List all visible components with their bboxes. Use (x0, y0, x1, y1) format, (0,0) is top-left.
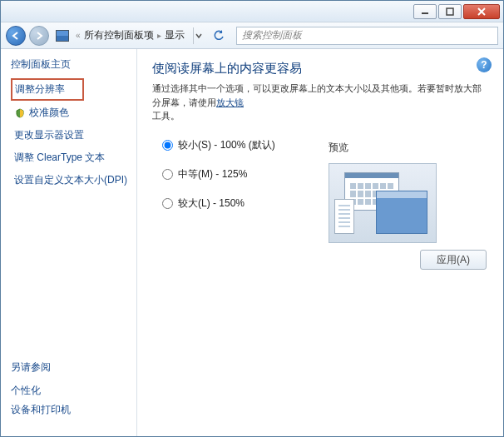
svg-rect-1 (447, 8, 453, 15)
monitor-icon (56, 30, 69, 42)
refresh-button[interactable] (210, 27, 228, 45)
sidebar-item-dpi[interactable]: 设置自定义文本大小(DPI) (11, 170, 136, 191)
maximize-icon (446, 7, 454, 16)
scale-radio-group: 较小(S) - 100% (默认) 中等(M) - 125% 较大(L) - 1… (162, 138, 488, 211)
radio-medium[interactable]: 中等(M) - 125% (162, 167, 488, 181)
breadcrumb-part[interactable]: 所有控制面板项 (84, 28, 154, 42)
radio-large[interactable]: 较大(L) - 150% (162, 196, 488, 211)
close-icon (477, 7, 486, 16)
radio-small[interactable]: 较小(S) - 100% (默认) (162, 138, 488, 152)
radio-label: 中等(M) - 125% (178, 167, 247, 181)
breadcrumb-dropdown[interactable] (193, 27, 205, 44)
seealso-heading: 另请参阅 (11, 360, 136, 375)
radio-label: 较小(S) - 100% (默认) (178, 138, 275, 152)
forward-arrow-icon (34, 31, 44, 41)
page-title: 使阅读屏幕上的内容更容易 (152, 61, 488, 77)
breadcrumb-part[interactable]: 显示 (165, 28, 185, 42)
content: ? 使阅读屏幕上的内容更容易 通过选择其中一个选项，可以更改屏幕上的文本大小以及… (137, 49, 503, 436)
sidebar-item-cleartype[interactable]: 调整 ClearType 文本 (11, 147, 136, 168)
sidebar-item-label: 调整分辨率 (15, 82, 65, 97)
help-icon[interactable]: ? (477, 57, 492, 72)
sidebar-heading[interactable]: 控制面板主页 (11, 57, 136, 72)
radio-medium-input[interactable] (162, 169, 173, 180)
sidebar-item-resolution[interactable]: 调整分辨率 (11, 78, 84, 101)
back-arrow-icon (11, 31, 21, 41)
chevron-down-icon (195, 32, 202, 39)
magnifier-link[interactable]: 放大镜 (216, 97, 244, 107)
preview-panel-icon (376, 191, 427, 234)
minimize-button[interactable] (413, 4, 437, 19)
shield-icon (14, 107, 26, 119)
maximize-button[interactable] (438, 4, 462, 19)
preview-label: 预览 (329, 141, 437, 155)
sidebar-item-label: 调整 ClearType 文本 (14, 151, 105, 165)
preview-image (329, 163, 437, 243)
navbar: « 所有控制面板项 ▸ 显示 搜索控制面板 (1, 22, 503, 49)
preview-list-icon (334, 199, 354, 234)
preview-area: 预览 (329, 141, 437, 243)
sidebar-item-label: 校准颜色 (29, 106, 69, 120)
sidebar-item-label: 更改显示器设置 (14, 128, 84, 142)
close-button[interactable] (463, 4, 500, 19)
breadcrumb[interactable]: « 所有控制面板项 ▸ 显示 (76, 28, 185, 42)
back-button[interactable] (6, 26, 26, 46)
radio-label: 较大(L) - 150% (178, 196, 245, 211)
chevron-right-icon: « (76, 31, 81, 40)
sidebar-item-calibrate[interactable]: 校准颜色 (11, 102, 136, 123)
sidebar: 控制面板主页 调整分辨率 校准颜色 更改显示器设置 调整 ClearType 文… (1, 49, 137, 436)
apply-button[interactable]: 应用(A) (420, 250, 487, 270)
radio-large-input[interactable] (162, 198, 173, 209)
window: « 所有控制面板项 ▸ 显示 搜索控制面板 控制面板主页 调整分辨率 (0, 0, 504, 437)
body: 控制面板主页 调整分辨率 校准颜色 更改显示器设置 调整 ClearType 文… (1, 49, 503, 436)
minimize-icon (421, 7, 429, 16)
sidebar-item-label: 设置自定义文本大小(DPI) (14, 173, 127, 187)
chevron-right-icon: ▸ (157, 31, 161, 40)
search-placeholder: 搜索控制面板 (242, 28, 302, 42)
titlebar (1, 1, 503, 22)
sidebar-item-display-settings[interactable]: 更改显示器设置 (11, 125, 136, 146)
seealso-devices[interactable]: 设备和打印机 (11, 400, 136, 420)
seealso-personalize[interactable]: 个性化 (11, 381, 136, 400)
refresh-icon (213, 30, 225, 42)
search-input[interactable]: 搜索控制面板 (236, 27, 498, 45)
forward-button[interactable] (29, 26, 49, 46)
radio-small-input[interactable] (162, 140, 173, 151)
page-description: 通过选择其中一个选项，可以更改屏幕上的文本大小以及其他项。若要暂时放大部分屏幕，… (152, 82, 488, 123)
